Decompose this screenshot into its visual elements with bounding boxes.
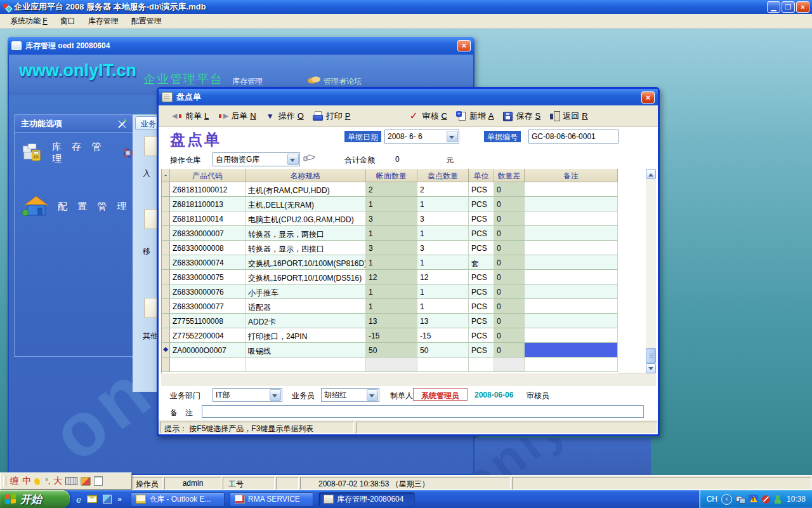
grid-cell[interactable]: 1	[417, 226, 469, 241]
grid-cell[interactable]: 适配器	[246, 299, 366, 314]
minimize-button[interactable]: ▁	[767, 1, 780, 13]
grid-column-header[interactable]: -	[162, 169, 170, 182]
grid-cell[interactable]: PCS	[469, 226, 494, 241]
next-doc-button[interactable]: 后单N	[213, 108, 260, 124]
grid-cell[interactable]: 转换器，显示，两接口	[246, 226, 366, 241]
grid-cell[interactable]	[417, 358, 469, 372]
grid-row[interactable]: Z77551100008ADD2卡1313PCS0	[162, 314, 618, 328]
taskbar-button-rma[interactable]: RMA SERVICE	[230, 492, 313, 507]
ime-mode-chinese[interactable]: 中	[22, 476, 31, 487]
grid-column-header[interactable]: 单位	[469, 169, 494, 182]
menu-item-inventory[interactable]: 库存管理	[82, 14, 125, 29]
grid-cell[interactable]: 0	[494, 284, 525, 299]
grid-row[interactable]: Z68330000075交换机,16PORT,10/100M(DS516)121…	[162, 270, 618, 284]
grid-cell[interactable]: 3	[366, 211, 417, 226]
chevron-more-icon[interactable]: »	[117, 495, 122, 504]
grid-row[interactable]: Z68330000076小手推车11PCS0	[162, 284, 618, 299]
grid-cell[interactable]: 12	[366, 270, 417, 284]
ime-doc-icon[interactable]	[94, 476, 103, 486]
grid-cell[interactable]: 1	[417, 299, 469, 314]
grid-cell[interactable]: 1	[366, 284, 417, 299]
grid-cell[interactable]: 1	[417, 255, 469, 270]
grid-cell[interactable]: PCS	[469, 328, 494, 343]
grid-cell[interactable]: 0	[494, 197, 525, 211]
menu-item-system[interactable]: 系统功能 F	[4, 14, 54, 29]
grid-cell[interactable]: 吸锡线	[246, 343, 366, 358]
grid-cell[interactable]	[162, 182, 170, 197]
grid-cell[interactable]: 0	[494, 241, 525, 255]
grid-cell[interactable]: PCS	[469, 241, 494, 255]
grid-cell[interactable]: ADD2卡	[246, 314, 366, 328]
sidebar-item-config[interactable]: 配 置 管 理	[21, 194, 131, 219]
grid-cell[interactable]	[366, 358, 417, 372]
operate-button[interactable]: 操作O	[261, 108, 308, 124]
grid-cell[interactable]: Z68330000075	[170, 270, 246, 284]
grid-cell[interactable]	[162, 241, 170, 255]
grid-cell[interactable]: -15	[366, 328, 417, 343]
return-button[interactable]: 返回R	[545, 108, 592, 124]
scroll-up-icon[interactable]	[646, 169, 656, 179]
dialog-titlebar[interactable]: 盘点单 ×	[159, 89, 658, 105]
grid-cell[interactable]: Z77551100008	[170, 314, 246, 328]
grid-cell[interactable]	[162, 255, 170, 270]
date-combobox[interactable]: 2008- 6- 6	[384, 130, 459, 144]
grid-row[interactable]: Z68330000077适配器11PCS0	[162, 299, 618, 314]
language-bar-icon[interactable]: ‹	[721, 494, 732, 505]
grid-cell[interactable]	[469, 358, 494, 372]
grid-cell[interactable]	[162, 270, 170, 284]
grid-cell[interactable]	[162, 358, 170, 372]
quick-launch-icon[interactable]	[103, 495, 112, 504]
close-button[interactable]: ×	[796, 1, 809, 13]
grid-cell[interactable]: 3	[417, 241, 469, 255]
grid-cell[interactable]	[525, 299, 618, 314]
grid-cell[interactable]: 50	[417, 343, 469, 358]
grid-cell[interactable]	[525, 182, 618, 197]
scrollbar-thumb[interactable]	[646, 348, 656, 363]
grid-cell[interactable]: PCS	[469, 270, 494, 284]
grid-cell[interactable]	[170, 358, 246, 372]
fullwidth-toggle-icon[interactable]	[34, 478, 42, 485]
grid-cell[interactable]	[162, 284, 170, 299]
grid-row[interactable]: Z681811000012主机(有RAM,CPU,HDD)22PCS0	[162, 182, 618, 197]
dept-combobox[interactable]: IT部	[213, 388, 282, 402]
person-combobox[interactable]: 胡绍红	[321, 388, 379, 402]
grid-cell[interactable]: 0	[494, 343, 525, 358]
grid-cell[interactable]: 0	[494, 299, 525, 314]
grid-cell[interactable]	[525, 241, 618, 255]
forum-link[interactable]: 管理者论坛	[324, 76, 362, 87]
grid-cell[interactable]: 2	[366, 182, 417, 197]
sidebar-item-inventory[interactable]: 库 存 管 理	[21, 140, 134, 166]
drag-handle[interactable]	[3, 476, 6, 486]
grid-empty-row[interactable]	[162, 358, 618, 372]
grid-cell[interactable]: 主机(有RAM,CPU,HDD)	[246, 182, 366, 197]
grid-cell[interactable]: PCS	[469, 299, 494, 314]
punctuation-toggle[interactable]: °,	[45, 477, 50, 486]
grid-cell[interactable]: Z68330000008	[170, 241, 246, 255]
grid-cell[interactable]: -15	[417, 328, 469, 343]
grid-cell[interactable]: 0	[494, 211, 525, 226]
audit-button[interactable]: 审核C	[404, 108, 451, 124]
grid-cell[interactable]: ◆	[162, 343, 170, 358]
grid-row[interactable]: Z68181100014电脑主机(CPU2.0G,RAM,HDD)33PCS0	[162, 211, 618, 226]
chevron-down-icon[interactable]	[447, 131, 458, 142]
scroll-down-icon[interactable]	[646, 363, 656, 373]
language-indicator[interactable]: CH	[707, 495, 717, 504]
grid-cell[interactable]: 主机,DELL(无RAM)	[246, 197, 366, 211]
grid-cell[interactable]	[525, 328, 618, 343]
internet-explorer-icon[interactable]: e	[76, 494, 81, 505]
grid-column-header[interactable]: 帐面数量	[366, 169, 417, 182]
grid-cell[interactable]: PCS	[469, 314, 494, 328]
grid-cell[interactable]: Z68330000077	[170, 299, 246, 314]
grid-cell[interactable]: 0	[494, 314, 525, 328]
grid-row[interactable]: Z68330000007转换器，显示，两接口11PCS0	[162, 226, 618, 241]
grid-cell[interactable]	[162, 211, 170, 226]
grid-cell[interactable]: 13	[366, 314, 417, 328]
grid-cell[interactable]	[525, 197, 618, 211]
grid-cell[interactable]: Z68181100014	[170, 211, 246, 226]
grid-cell[interactable]: Z68330000007	[170, 226, 246, 241]
print-button[interactable]: 打印P	[308, 108, 355, 124]
grid-cell[interactable]: 0	[494, 328, 525, 343]
grid-cell[interactable]: 小手推车	[246, 284, 366, 299]
grid-cell[interactable]: PCS	[469, 284, 494, 299]
grid-cell[interactable]	[525, 358, 618, 372]
